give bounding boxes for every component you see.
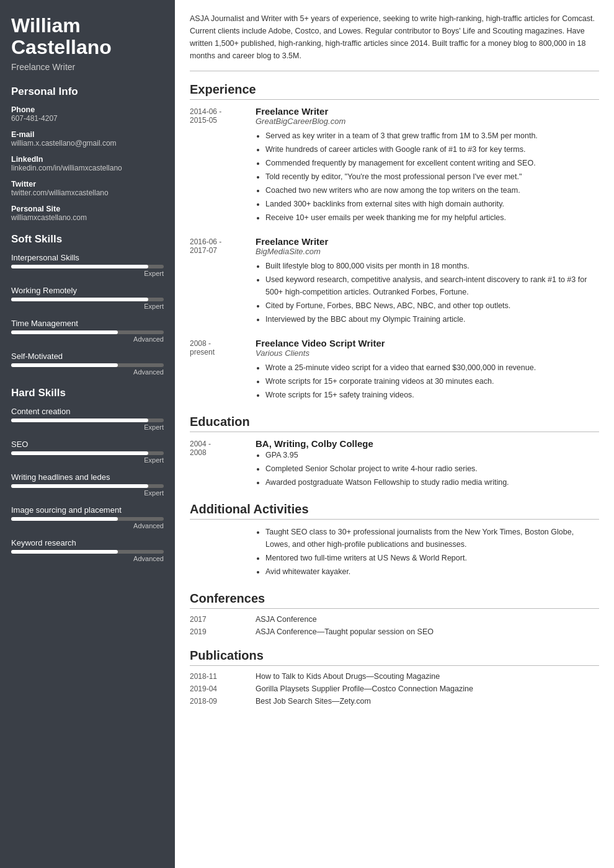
job-bullet: Landed 300+ backlinks from external site… [265, 198, 599, 210]
conferences-heading: Conferences [190, 591, 599, 609]
conference-year: 2017 [190, 615, 244, 624]
candidate-title: Freelance Writer [11, 62, 164, 72]
phone-label: Phone [11, 105, 164, 114]
soft-skill-bar-fill [11, 363, 118, 367]
hard-skill-level: Advanced [11, 555, 164, 562]
job-entry: 2016-06 -2017-07 Freelance Writer BigMed… [190, 236, 599, 327]
activity-bullet: Taught SEO class to 30+ professional jou… [265, 526, 599, 551]
hard-skill-level: Expert [11, 423, 164, 431]
experience-heading: Experience [190, 82, 599, 100]
personal-site-item: Personal Site williamxcastellano.com [11, 205, 164, 222]
edu-bullet: GPA 3.95 [265, 449, 599, 461]
job-title: Freelance Writer [256, 106, 599, 117]
hard-skill-name: Writing headlines and ledes [11, 472, 164, 482]
soft-skill-level: Advanced [11, 335, 164, 343]
conference-year: 2019 [190, 627, 244, 636]
job-company: Various Clients [256, 348, 599, 358]
hard-skill-bar-bg [11, 517, 164, 521]
hard-skill-name: Image sourcing and placement [11, 505, 164, 515]
soft-skill-bar-bg [11, 265, 164, 268]
job-company: GreatBigCareerBlog.com [256, 117, 599, 126]
soft-skill-name: Self-Motivated [11, 352, 164, 361]
publications-list: 2018-11 How to Talk to Kids About Drugs—… [190, 672, 599, 706]
job-bullet: Wrote a 25-minute video script for a vid… [265, 361, 599, 374]
job-content: Freelance Video Script Writer Various Cl… [256, 338, 599, 402]
hard-skill-level: Advanced [11, 522, 164, 529]
hard-skill-level: Expert [11, 489, 164, 497]
publication-title: Gorilla Playsets Supplier Profile—Costco… [256, 684, 473, 693]
job-bullet: Cited by Fortune, Forbes, BBC News, ABC,… [265, 299, 599, 312]
edu-title: BA, Writing, Colby College [256, 438, 599, 449]
hard-skill-bar-bg [11, 550, 164, 554]
job-dates: 2014-06 -2015-05 [190, 106, 244, 225]
hard-skill-item: Writing headlines and ledes Expert [11, 472, 164, 497]
conference-name: ASJA Conference—Taught popular session o… [256, 627, 434, 636]
personal-site-label: Personal Site [11, 205, 164, 213]
summary-text: ASJA Journalist and Writer with 5+ years… [190, 12, 599, 71]
publication-title: Best Job Search Sites—Zety.com [256, 697, 371, 706]
publication-title: How to Talk to Kids About Drugs—Scouting… [256, 672, 440, 681]
hard-skill-item: Image sourcing and placement Advanced [11, 505, 164, 529]
activities-section: Additional Activities Taught SEO class t… [190, 502, 599, 579]
job-bullet: Wrote scripts for 15+ corporate training… [265, 375, 599, 388]
job-bullet: Served as key writer in a team of 3 that… [265, 130, 599, 142]
job-bullet: Told recently by editor, "You're the mos… [265, 170, 599, 183]
soft-skill-item: Self-Motivated Advanced [11, 352, 164, 376]
soft-skill-bar-fill [11, 330, 118, 334]
soft-skill-item: Interpersonal Skills Expert [11, 253, 164, 277]
jobs-list: 2014-06 -2015-05 Freelance Writer GreatB… [190, 106, 599, 402]
job-bullets: Served as key writer in a team of 3 that… [256, 130, 599, 224]
soft-skills-list: Interpersonal Skills Expert Working Remo… [11, 253, 164, 376]
publication-entry: 2019-04 Gorilla Playsets Supplier Profil… [190, 684, 599, 693]
conference-entry: 2017 ASJA Conference [190, 615, 599, 624]
job-entry: 2008 -present Freelance Video Script Wri… [190, 338, 599, 402]
activities-entry: Taught SEO class to 30+ professional jou… [190, 526, 599, 579]
soft-skill-level: Expert [11, 270, 164, 277]
soft-skill-level: Advanced [11, 368, 164, 376]
education-list: 2004 -2008 BA, Writing, Colby College GP… [190, 438, 599, 490]
edu-dates: 2004 -2008 [190, 438, 244, 490]
email-label: E-mail [11, 130, 164, 139]
hard-skill-item: Content creation Expert [11, 407, 164, 431]
job-bullets: Built lifestyle blog to 800,000 visits p… [256, 260, 599, 326]
publication-entry: 2018-09 Best Job Search Sites—Zety.com [190, 697, 599, 706]
hard-skill-name: Content creation [11, 407, 164, 416]
hard-skill-bar-fill [11, 517, 118, 521]
soft-skill-bar-bg [11, 298, 164, 301]
job-bullet: Coached two new writers who are now amon… [265, 184, 599, 197]
activities-heading: Additional Activities [190, 502, 599, 520]
resume-page: William Castellano Freelance Writer Pers… [0, 0, 614, 868]
job-title: Freelance Video Script Writer [256, 338, 599, 348]
publication-date: 2018-09 [190, 697, 244, 706]
soft-skill-name: Interpersonal Skills [11, 253, 164, 262]
twitter-value: twitter.com/williamxcastellano [11, 188, 164, 197]
activities-bullets: Taught SEO class to 30+ professional jou… [256, 526, 599, 578]
soft-skill-item: Time Management Advanced [11, 319, 164, 343]
hard-skill-bar-bg [11, 451, 164, 455]
conferences-section: Conferences 2017 ASJA Conference 2019 AS… [190, 591, 599, 636]
soft-skill-bar-bg [11, 330, 164, 334]
personal-site-value: williamxcastellano.com [11, 213, 164, 222]
edu-bullet: Completed Senior Scholar project to writ… [265, 463, 599, 475]
education-heading: Education [190, 415, 599, 432]
linkedin-item: LinkedIn linkedin.com/in/williamxcastell… [11, 155, 164, 172]
hard-skill-bar-bg [11, 484, 164, 488]
email-item: E-mail william.x.castellano@gmail.com [11, 130, 164, 148]
edu-content: BA, Writing, Colby College GPA 3.95Compl… [256, 438, 599, 490]
job-dates: 2008 -present [190, 338, 244, 402]
hard-skill-name: Keyword research [11, 538, 164, 547]
linkedin-value: linkedin.com/in/williamxcastellano [11, 164, 164, 172]
publications-heading: Publications [190, 649, 599, 666]
hard-skill-bar-fill [11, 418, 148, 422]
job-bullet: Built lifestyle blog to 800,000 visits p… [265, 260, 599, 272]
edu-entry: 2004 -2008 BA, Writing, Colby College GP… [190, 438, 599, 490]
hard-skills-heading: Hard Skills [11, 387, 164, 399]
phone-item: Phone 607-481-4207 [11, 105, 164, 123]
conference-name: ASJA Conference [256, 615, 317, 624]
job-dates: 2016-06 -2017-07 [190, 236, 244, 327]
job-title: Freelance Writer [256, 236, 599, 247]
conference-entry: 2019 ASJA Conference—Taught popular sess… [190, 627, 599, 636]
personal-info-heading: Personal Info [11, 86, 164, 98]
job-bullet: Commended frequently by management for e… [265, 157, 599, 169]
hard-skill-bar-bg [11, 418, 164, 422]
